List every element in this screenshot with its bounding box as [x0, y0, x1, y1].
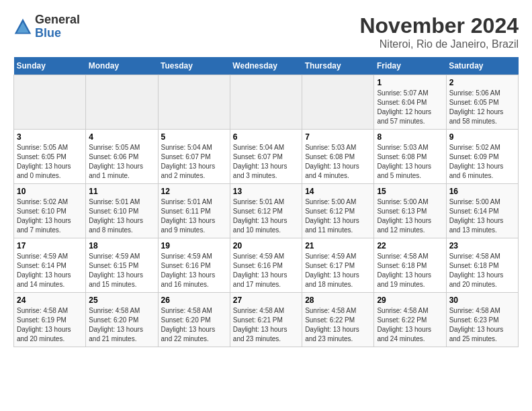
calendar-cell: 9Sunrise: 5:02 AM Sunset: 6:09 PM Daylig…: [446, 130, 518, 184]
calendar-cell: [302, 75, 374, 130]
day-info: Sunrise: 4:58 AM Sunset: 6:18 PM Dayligh…: [377, 252, 443, 289]
header-thursday: Thursday: [302, 57, 374, 75]
calendar-cell: 24Sunrise: 4:58 AM Sunset: 6:19 PM Dayli…: [14, 293, 86, 347]
day-number: 13: [233, 187, 299, 196]
calendar-cell: 18Sunrise: 4:59 AM Sunset: 6:15 PM Dayli…: [86, 238, 158, 293]
header-sunday: Sunday: [14, 57, 86, 75]
day-number: 19: [161, 241, 227, 250]
day-info: Sunrise: 5:05 AM Sunset: 6:05 PM Dayligh…: [17, 143, 83, 181]
day-number: 12: [161, 187, 227, 196]
calendar-cell: 19Sunrise: 4:59 AM Sunset: 6:16 PM Dayli…: [158, 238, 230, 293]
day-info: Sunrise: 5:03 AM Sunset: 6:08 PM Dayligh…: [305, 143, 371, 181]
header-saturday: Saturday: [446, 57, 518, 75]
day-number: 11: [89, 187, 154, 196]
calendar-cell: 17Sunrise: 4:59 AM Sunset: 6:14 PM Dayli…: [14, 238, 86, 293]
day-info: Sunrise: 4:58 AM Sunset: 6:18 PM Dayligh…: [449, 252, 515, 289]
day-info: Sunrise: 4:59 AM Sunset: 6:15 PM Dayligh…: [89, 252, 154, 289]
calendar-cell: [14, 75, 86, 130]
day-info: Sunrise: 5:01 AM Sunset: 6:12 PM Dayligh…: [233, 197, 299, 235]
logo-text: General Blue: [35, 13, 80, 40]
day-number: 27: [233, 295, 299, 305]
header-friday: Friday: [374, 57, 446, 75]
generalblue-logo-icon: [13, 17, 32, 36]
calendar-cell: 7Sunrise: 5:03 AM Sunset: 6:08 PM Daylig…: [302, 130, 374, 184]
day-number: 14: [305, 187, 371, 196]
day-info: Sunrise: 5:02 AM Sunset: 6:10 PM Dayligh…: [17, 197, 83, 235]
calendar-cell: 1Sunrise: 5:07 AM Sunset: 6:04 PM Daylig…: [374, 75, 446, 130]
calendar-cell: 30Sunrise: 4:58 AM Sunset: 6:23 PM Dayli…: [446, 293, 518, 347]
calendar-cell: 20Sunrise: 4:59 AM Sunset: 6:16 PM Dayli…: [230, 238, 302, 293]
calendar-cell: 22Sunrise: 4:58 AM Sunset: 6:18 PM Dayli…: [374, 238, 446, 293]
day-number: 9: [449, 132, 515, 142]
day-number: 8: [377, 132, 443, 142]
day-info: Sunrise: 4:59 AM Sunset: 6:17 PM Dayligh…: [305, 252, 371, 289]
day-number: 17: [17, 241, 83, 250]
calendar-cell: 5Sunrise: 5:04 AM Sunset: 6:07 PM Daylig…: [158, 130, 230, 184]
calendar-cell: 12Sunrise: 5:01 AM Sunset: 6:11 PM Dayli…: [158, 184, 230, 238]
day-info: Sunrise: 5:01 AM Sunset: 6:11 PM Dayligh…: [161, 197, 227, 235]
calendar-cell: 27Sunrise: 4:58 AM Sunset: 6:21 PM Dayli…: [230, 293, 302, 347]
calendar-cell: 21Sunrise: 4:59 AM Sunset: 6:17 PM Dayli…: [302, 238, 374, 293]
calendar-week-row: 3Sunrise: 5:05 AM Sunset: 6:05 PM Daylig…: [14, 130, 519, 184]
day-info: Sunrise: 5:00 AM Sunset: 6:13 PM Dayligh…: [377, 197, 443, 235]
day-number: 29: [377, 295, 443, 305]
day-number: 30: [449, 295, 515, 305]
day-number: 3: [17, 132, 83, 142]
day-number: 2: [449, 78, 515, 87]
calendar-week-row: 10Sunrise: 5:02 AM Sunset: 6:10 PM Dayli…: [14, 184, 519, 238]
day-info: Sunrise: 5:02 AM Sunset: 6:09 PM Dayligh…: [449, 143, 515, 181]
header-monday: Monday: [86, 57, 158, 75]
day-info: Sunrise: 5:00 AM Sunset: 6:12 PM Dayligh…: [305, 197, 371, 235]
calendar-cell: 25Sunrise: 4:58 AM Sunset: 6:20 PM Dayli…: [86, 293, 158, 347]
calendar-cell: 10Sunrise: 5:02 AM Sunset: 6:10 PM Dayli…: [14, 184, 86, 238]
calendar-cell: 11Sunrise: 5:01 AM Sunset: 6:10 PM Dayli…: [86, 184, 158, 238]
page-header: General Blue November 2024 Niteroi, Rio …: [13, 13, 519, 50]
calendar-cell: 28Sunrise: 4:58 AM Sunset: 6:22 PM Dayli…: [302, 293, 374, 347]
calendar-body: 1Sunrise: 5:07 AM Sunset: 6:04 PM Daylig…: [14, 75, 519, 347]
calendar-cell: 14Sunrise: 5:00 AM Sunset: 6:12 PM Dayli…: [302, 184, 374, 238]
logo: General Blue: [13, 13, 80, 40]
day-info: Sunrise: 4:58 AM Sunset: 6:20 PM Dayligh…: [161, 306, 227, 344]
calendar-cell: 16Sunrise: 5:00 AM Sunset: 6:14 PM Dayli…: [446, 184, 518, 238]
calendar-cell: 23Sunrise: 4:58 AM Sunset: 6:18 PM Dayli…: [446, 238, 518, 293]
calendar-week-row: 17Sunrise: 4:59 AM Sunset: 6:14 PM Dayli…: [14, 238, 519, 293]
calendar-cell: 13Sunrise: 5:01 AM Sunset: 6:12 PM Dayli…: [230, 184, 302, 238]
day-info: Sunrise: 4:58 AM Sunset: 6:23 PM Dayligh…: [449, 306, 515, 344]
day-number: 21: [305, 241, 371, 250]
day-info: Sunrise: 4:58 AM Sunset: 6:22 PM Dayligh…: [377, 306, 443, 344]
day-number: 15: [377, 187, 443, 196]
weekday-header-row: Sunday Monday Tuesday Wednesday Thursday…: [14, 57, 519, 75]
calendar-cell: 26Sunrise: 4:58 AM Sunset: 6:20 PM Dayli…: [158, 293, 230, 347]
day-info: Sunrise: 5:04 AM Sunset: 6:07 PM Dayligh…: [233, 143, 299, 181]
day-number: 5: [161, 132, 227, 142]
day-info: Sunrise: 5:03 AM Sunset: 6:08 PM Dayligh…: [377, 143, 443, 181]
day-info: Sunrise: 4:59 AM Sunset: 6:16 PM Dayligh…: [161, 252, 227, 289]
day-number: 25: [89, 295, 154, 305]
calendar-cell: [86, 75, 158, 130]
title-block: November 2024 Niteroi, Rio de Janeiro, B…: [359, 13, 519, 50]
calendar-cell: 29Sunrise: 4:58 AM Sunset: 6:22 PM Dayli…: [374, 293, 446, 347]
calendar-cell: [158, 75, 230, 130]
day-info: Sunrise: 4:58 AM Sunset: 6:20 PM Dayligh…: [89, 306, 154, 344]
day-info: Sunrise: 4:59 AM Sunset: 6:14 PM Dayligh…: [17, 252, 83, 289]
day-number: 10: [17, 187, 83, 196]
day-info: Sunrise: 5:06 AM Sunset: 6:05 PM Dayligh…: [449, 89, 515, 126]
calendar-header: Sunday Monday Tuesday Wednesday Thursday…: [14, 57, 519, 75]
day-info: Sunrise: 5:05 AM Sunset: 6:06 PM Dayligh…: [89, 143, 154, 181]
day-number: 24: [17, 295, 83, 305]
location: Niteroi, Rio de Janeiro, Brazil: [359, 38, 519, 50]
calendar-week-row: 24Sunrise: 4:58 AM Sunset: 6:19 PM Dayli…: [14, 293, 519, 347]
month-title: November 2024: [359, 13, 519, 38]
calendar-cell: 2Sunrise: 5:06 AM Sunset: 6:05 PM Daylig…: [446, 75, 518, 130]
calendar-cell: 8Sunrise: 5:03 AM Sunset: 6:08 PM Daylig…: [374, 130, 446, 184]
day-info: Sunrise: 4:59 AM Sunset: 6:16 PM Dayligh…: [233, 252, 299, 289]
day-info: Sunrise: 5:04 AM Sunset: 6:07 PM Dayligh…: [161, 143, 227, 181]
calendar-table: Sunday Monday Tuesday Wednesday Thursday…: [13, 57, 519, 347]
calendar-cell: 6Sunrise: 5:04 AM Sunset: 6:07 PM Daylig…: [230, 130, 302, 184]
day-number: 6: [233, 132, 299, 142]
header-wednesday: Wednesday: [230, 57, 302, 75]
calendar-cell: 3Sunrise: 5:05 AM Sunset: 6:05 PM Daylig…: [14, 130, 86, 184]
day-number: 28: [305, 295, 371, 305]
day-info: Sunrise: 4:58 AM Sunset: 6:21 PM Dayligh…: [233, 306, 299, 344]
day-number: 23: [449, 241, 515, 250]
